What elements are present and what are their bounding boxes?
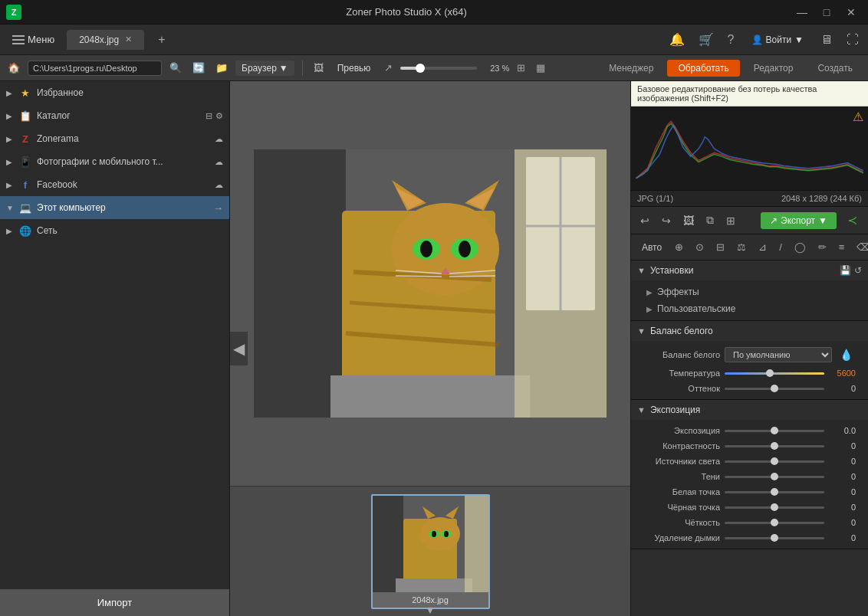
catalog-settings-icon[interactable]: ⊟ bbox=[205, 111, 212, 121]
help-icon[interactable]: ? bbox=[725, 30, 738, 50]
right-panel: Базовое редактирование без потерь качест… bbox=[630, 81, 868, 616]
file-tab-name: 2048x.jpg bbox=[79, 34, 119, 45]
tab-develop[interactable]: Обработать bbox=[667, 60, 739, 77]
exposure-slider[interactable] bbox=[725, 430, 824, 432]
notifications-icon[interactable]: 🔔 bbox=[666, 29, 688, 50]
folder-icon[interactable]: 📁 bbox=[212, 61, 231, 75]
highlights-slider[interactable] bbox=[725, 460, 824, 463]
rotate-tool[interactable]: ⚖ bbox=[733, 239, 750, 255]
sidebar-item-computer[interactable]: ▼ 💻 Этот компьютер → bbox=[0, 196, 229, 219]
zoom-slider[interactable] bbox=[400, 67, 477, 70]
catalog-extras: ⊟ ⚙ bbox=[205, 111, 223, 121]
photo-main-view[interactable] bbox=[230, 81, 630, 486]
titlebar-left: Z bbox=[6, 5, 21, 20]
grid-icon[interactable]: ⊞ bbox=[514, 61, 528, 75]
stamp-tool[interactable]: ⊕ bbox=[671, 239, 687, 255]
sidebar-item-favorites[interactable]: ▶ ★ Избранное bbox=[0, 81, 229, 104]
photo-icon[interactable]: 🖼 bbox=[311, 61, 327, 75]
search-icon[interactable]: 🔍 bbox=[166, 61, 185, 75]
image-dimensions: 2048 x 1289 (244 Кб) bbox=[781, 194, 862, 203]
exposure-header[interactable]: ▼ Экспозиция bbox=[631, 400, 868, 420]
tab-manager[interactable]: Менеджер bbox=[598, 60, 664, 77]
external-icon[interactable]: ↗ bbox=[381, 61, 396, 75]
share-button[interactable]: ≺ bbox=[843, 211, 862, 229]
file-tab[interactable]: 2048x.jpg ✕ bbox=[67, 30, 144, 50]
sidebar: ▶ ★ Избранное ▶ 📋 Каталог ⊟ ⚙ ▶ Z Zonera… bbox=[0, 81, 230, 616]
facebook-icon: f bbox=[18, 178, 32, 192]
auto-label[interactable]: Авто bbox=[637, 240, 666, 255]
perspective-tool[interactable]: ⊿ bbox=[755, 239, 771, 255]
exposure-content: Экспозиция 0.0 Контрастность 0 Источники… bbox=[631, 420, 868, 549]
path-input[interactable] bbox=[28, 61, 162, 76]
preview-button[interactable]: Превью bbox=[331, 61, 377, 76]
redo-button[interactable]: ↪ bbox=[659, 213, 674, 228]
fullscreen-icon[interactable]: ⛶ bbox=[843, 30, 862, 50]
home-icon[interactable]: 🏠 bbox=[5, 61, 23, 75]
svg-point-33 bbox=[432, 531, 436, 537]
white-point-slider[interactable] bbox=[725, 491, 824, 493]
zoom-value: 23 % bbox=[482, 64, 509, 73]
minimize-button[interactable]: — bbox=[791, 5, 813, 20]
exposure-section: ▼ Экспозиция Экспозиция 0.0 Контрастност… bbox=[631, 400, 868, 549]
refresh-icon[interactable]: 🔄 bbox=[189, 61, 208, 75]
filter-tool[interactable]: ≡ bbox=[835, 239, 849, 255]
custom-subsection[interactable]: ▶ Пользовательские bbox=[637, 300, 862, 317]
sidebar-item-zonerama[interactable]: ▶ Z Zonerama ☁ bbox=[0, 127, 229, 150]
export-button[interactable]: ↗ Экспорт ▼ bbox=[761, 212, 837, 229]
settings-reset-icon[interactable]: ↺ bbox=[854, 265, 862, 276]
sidebar-item-catalog[interactable]: ▶ 📋 Каталог ⊟ ⚙ bbox=[0, 104, 229, 127]
cart-icon[interactable]: 🛒 bbox=[695, 29, 717, 50]
app-icon: Z bbox=[6, 5, 21, 20]
wb-header[interactable]: ▼ Баланс белого bbox=[631, 321, 868, 341]
black-point-slider[interactable] bbox=[725, 506, 824, 509]
ellipse-tool[interactable]: ◯ bbox=[791, 239, 810, 255]
cloud-icon: ☁ bbox=[215, 157, 223, 167]
dehaze-slider[interactable] bbox=[725, 537, 824, 539]
contrast-slider[interactable] bbox=[725, 445, 824, 447]
menu-button[interactable]: Меню bbox=[6, 31, 61, 48]
wb-dropdown[interactable]: По умолчанию bbox=[725, 347, 832, 362]
image-tool[interactable]: 🖼 bbox=[680, 213, 697, 228]
paint-tool[interactable]: ✏ bbox=[814, 239, 830, 255]
effects-subsection[interactable]: ▶ Эффекты bbox=[637, 283, 862, 300]
contrast-label: Контрастность bbox=[643, 441, 720, 451]
sidebar-item-mobile[interactable]: ▶ 📱 Фотографии с мобильного т... ☁ bbox=[0, 150, 229, 173]
tint-slider[interactable] bbox=[725, 388, 824, 390]
slideshow-icon[interactable]: ▦ bbox=[533, 61, 548, 75]
collapse-icon: ▼ bbox=[637, 405, 646, 414]
settings-header[interactable]: ▼ Установки 💾 ↺ bbox=[631, 260, 868, 280]
eraser-tool[interactable]: ⌫ bbox=[853, 239, 868, 255]
wb-eyedropper-icon[interactable]: 💧 bbox=[837, 347, 856, 362]
catalog-gear-icon[interactable]: ⚙ bbox=[215, 111, 223, 121]
paste-tool[interactable]: ⊞ bbox=[723, 213, 738, 228]
sidebar-item-network[interactable]: ▶ 🌐 Сеть bbox=[0, 219, 229, 242]
import-button[interactable]: Импорт bbox=[0, 589, 229, 616]
browser-arrow-icon: ▼ bbox=[279, 63, 288, 74]
line-tool[interactable]: / bbox=[775, 239, 786, 255]
maximize-button[interactable]: □ bbox=[816, 5, 837, 20]
close-button[interactable]: ✕ bbox=[840, 5, 862, 20]
clarity-slider[interactable] bbox=[725, 522, 824, 524]
main-area: ▶ ★ Избранное ▶ 📋 Каталог ⊟ ⚙ ▶ Z Zonera… bbox=[0, 81, 868, 616]
shadows-slider[interactable] bbox=[725, 476, 824, 478]
tab-editor[interactable]: Редактор bbox=[743, 60, 804, 77]
crop-tool[interactable]: ⊟ bbox=[712, 239, 728, 255]
collapse-icon: ▼ bbox=[637, 266, 646, 275]
phone-icon: 📱 bbox=[18, 155, 32, 169]
temperature-slider[interactable] bbox=[725, 372, 824, 375]
tab-close-icon[interactable]: ✕ bbox=[125, 34, 132, 44]
monitor-icon[interactable]: 🖥 bbox=[817, 30, 836, 50]
scroll-down-icon[interactable]: ▼ bbox=[425, 604, 436, 616]
sidebar-item-facebook[interactable]: ▶ f Facebook ☁ bbox=[0, 173, 229, 196]
browser-button[interactable]: Браузер ▼ bbox=[235, 61, 294, 76]
clone-tool[interactable]: ⊙ bbox=[692, 239, 708, 255]
undo-button[interactable]: ↩ bbox=[637, 213, 653, 228]
settings-save-icon[interactable]: 💾 bbox=[840, 265, 851, 276]
copy-tool[interactable]: ⧉ bbox=[703, 212, 717, 228]
signin-button[interactable]: 👤 Войти ▼ bbox=[745, 31, 810, 48]
add-tab-button[interactable]: + bbox=[150, 28, 173, 51]
thumbnail-item[interactable]: 2048x.jpg bbox=[371, 494, 490, 609]
temp-label: Температура bbox=[643, 369, 720, 378]
shadows-row: Тени 0 bbox=[637, 469, 862, 484]
tab-create[interactable]: Создать bbox=[807, 60, 863, 77]
